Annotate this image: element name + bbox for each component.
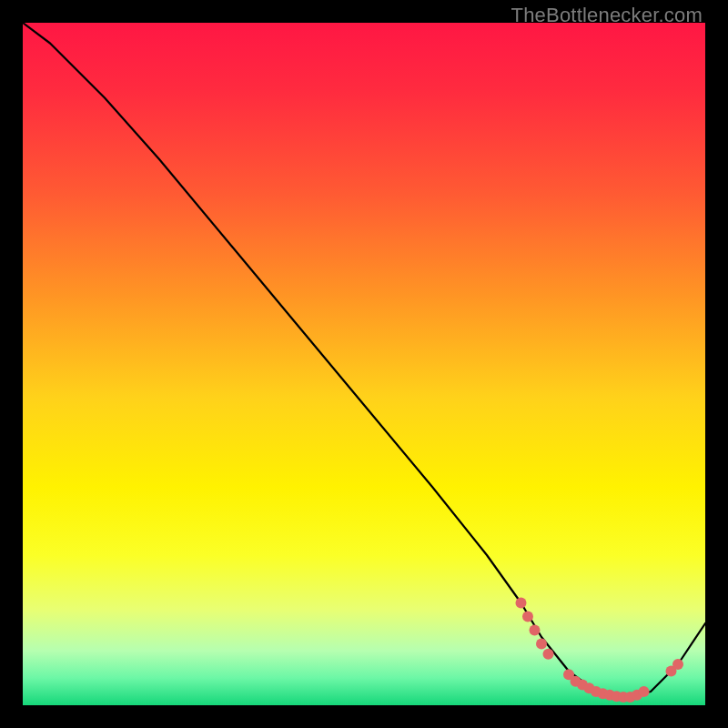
marker-dot	[543, 649, 554, 660]
marker-dot	[530, 625, 541, 636]
marker-dot	[516, 598, 527, 609]
chart-frame: TheBottlenecker.com	[0, 0, 728, 728]
chart-svg	[23, 23, 705, 705]
marker-dot	[639, 686, 650, 697]
plot-area	[23, 23, 705, 705]
marker-dot	[522, 612, 533, 622]
marker-dot	[672, 659, 683, 670]
marker-dot	[536, 639, 547, 650]
gradient-background	[23, 23, 705, 705]
